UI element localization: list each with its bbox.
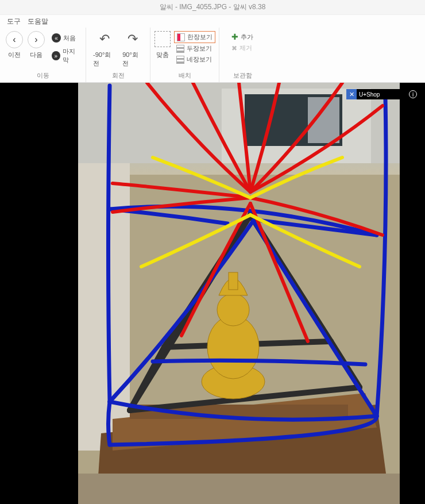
first-label: 처음 [63,34,76,43]
go-first-icon: « [52,33,61,43]
view-double-button[interactable]: 두장보기 [174,43,215,54]
fit-button[interactable]: 맞춤 [154,31,171,59]
view-single-button[interactable]: 한장보기 [174,31,215,43]
svg-line-17 [331,341,360,387]
rotate-cw-label: 90°회전 [122,51,143,68]
rotate-ccw-button[interactable]: ↶ -90°회전 [93,31,115,68]
group-archive-label: 보관함 [233,71,252,81]
archive-add-button[interactable]: ✚ 추가 [229,31,256,43]
menu-help[interactable]: 도움말 [28,17,48,26]
svg-rect-3 [222,89,371,163]
title-text: 알씨 - IMG_4055.JPG - 알씨 v8.38 [160,2,266,12]
next-button[interactable]: › 다음 [28,31,45,59]
ad-text: U+Shop [359,91,380,98]
titlebar: 알씨 - IMG_4055.JPG - 알씨 v8.38 [0,0,425,15]
photo [78,83,400,504]
group-rotate-label: 회전 [112,71,125,81]
svg-line-11 [250,215,360,387]
svg-marker-8 [113,393,377,451]
menu-tools[interactable]: 도구 [7,17,21,26]
rotate-cw-button[interactable]: ↷ 90°회전 [122,31,143,68]
svg-line-10 [130,215,250,410]
view-single-icon [177,33,185,41]
svg-line-15 [164,341,331,347]
view-quad-button[interactable]: 네장보기 [174,54,215,65]
annotation-overlay [78,83,400,504]
svg-rect-22 [78,474,400,504]
ad-banner[interactable]: ✕ U+Shop i [346,89,418,99]
svg-point-20 [217,294,249,326]
svg-point-18 [202,364,265,399]
prev-button[interactable]: ‹ 이전 [6,31,23,59]
view-single-label: 한장보기 [187,33,212,41]
prev-label: 이전 [8,51,21,59]
ad-close-icon[interactable]: ✕ [346,89,357,99]
svg-line-16 [130,347,164,410]
menubar: 도구 도움말 [0,15,425,28]
svg-line-13 [250,215,331,341]
svg-rect-6 [78,163,130,451]
group-move-label: 이동 [37,71,49,81]
archive-add-label: 추가 [241,33,253,41]
view-quad-icon [176,56,184,64]
image-viewport[interactable] [0,83,425,504]
svg-marker-7 [95,405,388,504]
last-label: 마지막 [63,47,80,64]
view-double-label: 두장보기 [187,44,212,53]
plus-icon: ✚ [231,32,238,41]
fit-label: 맞춤 [156,51,169,59]
group-move: ‹ 이전 › 다음 « 처음 » 마지막 이동 [0,28,86,82]
group-archive: ✚ 추가 ✖ 제거 보관함 [219,28,265,82]
view-quad-label: 네장보기 [187,55,212,64]
group-layout-label: 배치 [179,71,191,81]
first-button[interactable]: « 처음 [49,32,82,44]
group-rotate: ↶ -90°회전 ↷ 90°회전 회전 [86,28,150,82]
rotate-ccw-label: -90°회전 [93,51,115,68]
svg-rect-4 [245,94,342,146]
svg-rect-1 [78,175,400,504]
svg-rect-9 [130,405,348,419]
group-layout: 맞춤 한장보기 두장보기 네장보기 배치 [150,28,219,82]
svg-point-19 [207,316,259,379]
chevron-right-icon: › [28,31,45,48]
go-last-icon: » [52,51,60,60]
rotate-cw-icon: ↷ [125,31,141,47]
archive-remove-label: 제거 [239,44,252,52]
svg-rect-21 [229,272,238,290]
next-label: 다음 [30,51,42,59]
ribbon: ‹ 이전 › 다음 « 처음 » 마지막 이동 ↶ [0,28,425,83]
view-double-icon [176,45,184,53]
close-icon: ✖ [231,44,237,52]
svg-line-14 [130,387,360,410]
fit-icon [154,31,171,47]
svg-line-12 [164,215,250,347]
last-button[interactable]: » 마지막 [49,46,82,66]
archive-remove-button[interactable]: ✖ 제거 [229,43,256,53]
ad-info-icon[interactable]: i [409,90,417,98]
svg-rect-5 [308,97,339,143]
rotate-ccw-icon: ↶ [96,31,113,47]
chevron-left-icon: ‹ [6,31,23,48]
